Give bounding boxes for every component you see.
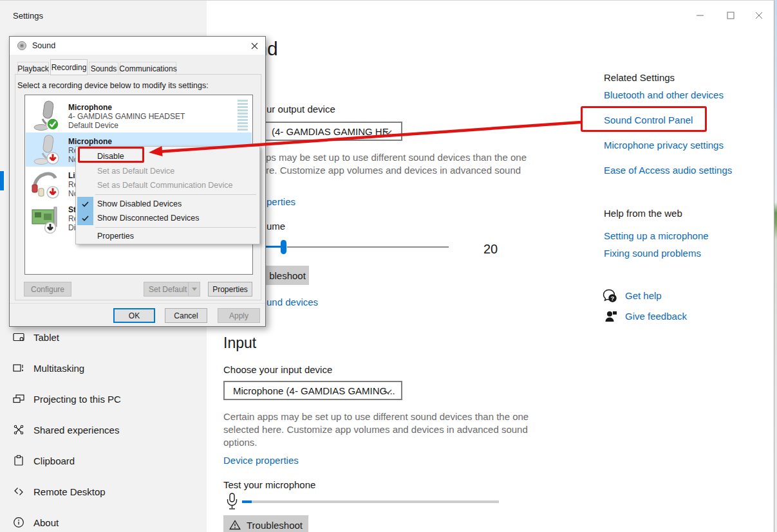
menu-item-label: Properties <box>97 232 134 241</box>
stereo-mix-device-icon <box>31 202 62 234</box>
input-device-label: Choose your input device <box>223 364 332 375</box>
multitasking-icon <box>13 362 24 374</box>
input-device-properties-link[interactable]: Device properties <box>223 455 299 466</box>
device-level-meter <box>238 100 248 131</box>
maximize-button[interactable] <box>724 10 738 21</box>
menu-item-set-default-device[interactable]: Set as Default Device <box>76 164 259 178</box>
input-device-dropdown[interactable]: Microphone (4- GAMDIAS GAMING... <box>223 381 402 400</box>
chevron-down-icon <box>384 130 392 135</box>
properties-label: Properties <box>212 285 248 294</box>
menu-item-label: Set as Default Communication Device <box>97 181 233 190</box>
chevron-down-icon <box>192 288 197 291</box>
input-troubleshoot-button[interactable]: Troubleshoot <box>223 515 308 532</box>
warning-icon <box>229 520 241 530</box>
menu-item-disable[interactable]: Disable <box>76 148 259 164</box>
ok-button[interactable]: OK <box>113 308 155 323</box>
sidebar-item-label: Shared experiences <box>33 425 119 436</box>
sidebar-item-multitasking[interactable]: Multitasking <box>0 355 207 381</box>
help-from-web-heading: Help from the web <box>604 208 682 219</box>
checkmark-cell <box>77 197 93 211</box>
mic-level-fill <box>242 500 252 503</box>
tab-communications[interactable]: Communications <box>120 62 176 75</box>
input-description-line1: Certain apps may be set up to use differ… <box>223 411 529 422</box>
ok-label: OK <box>129 311 140 320</box>
menu-item-label: Show Disabled Devices <box>97 199 182 208</box>
input-section-heading: Input <box>223 335 256 352</box>
tab-label: Playback <box>17 64 49 73</box>
link-microphone-privacy[interactable]: Microphone privacy settings <box>604 140 724 151</box>
device-context-menu: Disable Set as Default Device Set as Def… <box>75 146 260 244</box>
related-settings-heading: Related Settings <box>604 72 675 83</box>
checkmark-icon <box>82 201 89 207</box>
output-device-value: (4- GAMDIAS GAMING HE... <box>272 126 397 137</box>
dialog-properties-button[interactable]: Properties <box>208 282 252 297</box>
tab-recording[interactable]: Recording <box>50 59 88 75</box>
link-setting-up-microphone[interactable]: Setting up a microphone <box>604 230 709 241</box>
speaker-icon <box>17 41 27 51</box>
set-default-label: Set Default <box>149 285 187 294</box>
dialog-title: Sound <box>32 41 55 50</box>
input-troubleshoot-label: Troubleshoot <box>247 520 303 531</box>
mic-level-track <box>242 500 499 503</box>
tab-label: Communications <box>119 64 176 73</box>
link-bluetooth-devices[interactable]: Bluetooth and other devices <box>604 89 724 100</box>
sidebar-item-shared-experiences[interactable]: Shared experiences <box>0 417 207 443</box>
dialog-titlebar[interactable]: Sound <box>10 37 265 55</box>
link-fixing-sound-problems[interactable]: Fixing sound problems <box>604 248 701 259</box>
clipboard-icon <box>13 455 24 466</box>
sidebar-item-label: Projecting to this PC <box>33 394 121 405</box>
selected-nav-accent <box>0 171 4 190</box>
link-ease-of-access-audio[interactable]: Ease of Access audio settings <box>604 165 732 176</box>
manage-sound-devices-link[interactable]: und devices <box>267 297 318 307</box>
sidebar-item-tablet[interactable]: Tablet <box>0 324 207 350</box>
desktop-wallpaper-strip <box>774 0 777 532</box>
set-default-dropdown-arrow[interactable] <box>188 282 200 296</box>
dialog-close-button[interactable] <box>247 39 261 52</box>
menu-item-show-disconnected-devices[interactable]: Show Disconnected Devices <box>76 211 259 225</box>
sidebar-item-label: Multitasking <box>33 363 84 374</box>
sidebar-item-about[interactable]: About <box>0 509 207 532</box>
about-icon <box>13 517 24 528</box>
menu-item-properties[interactable]: Properties <box>76 229 259 243</box>
minimize-icon <box>697 12 704 19</box>
chevron-down-icon <box>384 389 392 394</box>
input-device-value: Microphone (4- GAMDIAS GAMING... <box>233 385 395 396</box>
give-feedback-link[interactable]: Give feedback <box>625 311 687 322</box>
device-row-microphone-headset[interactable]: Microphone 4- GAMDIAS GAMING HEADSET Def… <box>26 98 252 133</box>
dialog-divider <box>10 303 265 304</box>
menu-item-set-default-communication-device[interactable]: Set as Default Communication Device <box>76 178 259 192</box>
sidebar-item-remote-desktop[interactable]: Remote Desktop <box>0 479 207 504</box>
volume-slider-handle[interactable] <box>281 240 286 254</box>
link-sound-control-panel[interactable]: Sound Control Panel <box>604 115 693 125</box>
configure-button[interactable]: Configure <box>24 282 71 297</box>
set-default-button[interactable]: Set Default <box>144 282 200 297</box>
menu-separator <box>95 227 256 228</box>
tab-playback[interactable]: Playback <box>17 62 49 75</box>
input-description-line2: selected here. Customize app volumes and… <box>223 424 528 435</box>
device-name: Microphone <box>68 137 112 146</box>
give-feedback-icon <box>604 310 617 323</box>
sidebar-item-label: About <box>33 517 59 528</box>
cancel-label: Cancel <box>174 311 198 320</box>
output-troubleshoot-label: bleshoot <box>269 270 306 281</box>
menu-item-show-disabled-devices[interactable]: Show Disabled Devices <box>76 197 259 211</box>
output-device-properties-link[interactable]: perties <box>267 196 295 207</box>
get-help-link[interactable]: Get help <box>625 290 662 301</box>
tab-sounds[interactable]: Sounds <box>89 62 118 75</box>
app-title: Settings <box>13 11 43 21</box>
output-troubleshoot-button[interactable]: bleshoot <box>266 266 309 285</box>
sidebar-item-clipboard[interactable]: Clipboard <box>0 448 207 473</box>
volume-slider-track[interactable] <box>287 246 449 248</box>
apply-button[interactable]: Apply <box>218 308 260 323</box>
output-device-label: ur output device <box>267 104 335 115</box>
shared-experiences-icon <box>13 424 24 436</box>
menu-item-label: Set as Default Device <box>97 167 174 176</box>
tab-label: Recording <box>51 63 87 72</box>
menu-item-label: Show Disconnected Devices <box>97 214 199 223</box>
cancel-button[interactable]: Cancel <box>165 308 207 323</box>
sidebar-item-projecting[interactable]: Projecting to this PC <box>0 386 207 412</box>
tab-label: Sounds <box>91 64 117 73</box>
window-close-button[interactable] <box>752 10 766 21</box>
minimize-button[interactable] <box>693 10 707 21</box>
apply-label: Apply <box>229 311 248 320</box>
